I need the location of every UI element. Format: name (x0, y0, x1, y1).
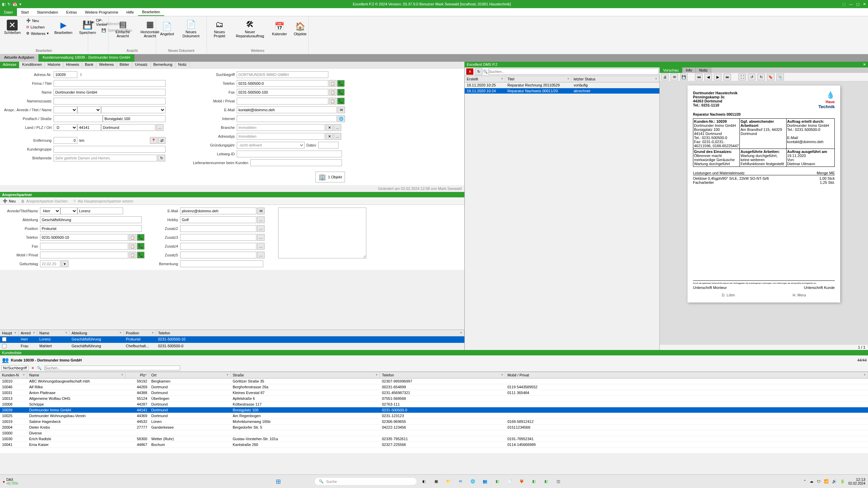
tray-date[interactable]: 02.02.2024 (848, 482, 865, 485)
taskbar-app4-icon[interactable]: ◫ (554, 477, 563, 486)
filter-icon[interactable]: ▾ (121, 373, 123, 377)
next-page-button[interactable]: ▶ (714, 74, 721, 80)
taskbar-firefox-icon[interactable]: 🦊 (517, 477, 526, 486)
ap-copy-tel-button[interactable]: 📋 (129, 234, 136, 241)
web-button[interactable]: 🌐 (337, 115, 345, 122)
mobil-input[interactable] (237, 98, 328, 104)
kunden-grid-row[interactable]: 10019 Sabine Hagenbeck 44532 Lünen Mohnb… (0, 419, 868, 425)
lieferantennr-input[interactable] (250, 159, 342, 166)
taskbar-search[interactable]: 🔍 Suche (315, 478, 417, 485)
subtab-bank[interactable]: Bank (82, 62, 96, 68)
ap-call-fax-button[interactable]: 📞 (137, 243, 144, 250)
ap-z2-lookup[interactable]: … (257, 225, 265, 232)
email-input[interactable] (237, 106, 337, 113)
help-icon[interactable]: ⬚ (842, 2, 846, 6)
ap-email-input[interactable] (180, 208, 256, 214)
ap-anrede-select[interactable]: Herr (40, 208, 60, 214)
ap-position-input[interactable] (40, 225, 142, 232)
adresstyp-input[interactable] (237, 133, 325, 140)
dms-delete-button[interactable]: ✕ (466, 68, 474, 75)
kundengruppe-input[interactable] (54, 146, 166, 153)
clear-branche-button[interactable]: ✕ (326, 124, 333, 131)
internet-input[interactable] (237, 115, 337, 122)
lookup-branche-button[interactable]: … (334, 124, 341, 131)
kunden-grid-row[interactable]: 10041 Erna Kaiser 44867 Bochum Kantstraß… (0, 442, 868, 448)
taskbar-app2-icon[interactable]: ◧ (529, 477, 539, 486)
einfache-ansicht-button[interactable]: ▤ Einfache Ansicht (110, 18, 136, 39)
land-select[interactable]: D (54, 124, 77, 131)
subtab-historie[interactable]: Historie (45, 62, 63, 68)
ap-notes-textarea[interactable] (278, 208, 366, 258)
weiteres-button[interactable]: ⚙Weiteres▾ (25, 31, 50, 36)
subtab-weiteres[interactable]: Weiteres (96, 62, 117, 68)
kunden-grid-row[interactable]: 10030 Erich Radtzki 58300 Wetter (Ruhr) … (0, 436, 868, 442)
filter-icon[interactable]: ▾ (227, 373, 228, 377)
taskbar-copilot-icon[interactable]: ◐ (419, 477, 429, 486)
filter-icon[interactable]: ▾ (145, 373, 147, 377)
taskbar-app1-icon[interactable]: ◧ (493, 477, 502, 486)
ap-z5-lookup[interactable]: … (257, 252, 265, 258)
tab-aufgaben[interactable]: Aktuelle Aufgaben (0, 54, 39, 62)
tray-onedrive-icon[interactable]: ☁ (810, 479, 813, 484)
kalender-button[interactable]: 📅 Kalender (269, 18, 290, 39)
haupt-checkbox[interactable] (2, 337, 6, 341)
menu-hilfe[interactable]: Hilfe (122, 8, 138, 16)
rotate-r-button[interactable]: ↻ (757, 74, 765, 80)
ap-zusatz2-input[interactable] (180, 225, 256, 232)
tray-volume-icon[interactable]: 🔊 (832, 479, 837, 484)
neu-button[interactable]: ➕Neu (25, 18, 50, 23)
refresh-anrede-button[interactable]: ↻ (158, 155, 165, 161)
subtab-notiz[interactable]: Notiz (175, 62, 190, 68)
filter-icon[interactable]: ▾ (501, 77, 503, 81)
subtab-bilder[interactable]: Bilder (117, 62, 132, 68)
ap-name-input[interactable] (77, 208, 123, 214)
neuer-reparaturauftrag-button[interactable]: 🛠 Neuer Reparaturauftrag (232, 18, 268, 39)
taskbar-libreoffice-icon[interactable]: 📄 (505, 477, 514, 486)
last-page-button[interactable]: ⏭ (724, 74, 731, 80)
dms-grid-row[interactable]: 19.11.2020 10:24 Reparatur Nachweis 0001… (465, 88, 659, 94)
filter-icon[interactable]: ▾ (23, 373, 25, 377)
fit-button[interactable]: ⛶ (738, 74, 746, 80)
ap-call-tel-button[interactable]: 📞 (137, 234, 144, 241)
ap-copy-fax-button[interactable]: 📋 (129, 243, 136, 250)
tray-wifi-icon[interactable]: 📶 (824, 479, 829, 484)
datev-input[interactable] (318, 142, 339, 149)
ap-z4-lookup[interactable]: … (257, 243, 265, 250)
titel-select[interactable] (77, 106, 101, 113)
kunden-grid-row[interactable]: 10000 Diverse (0, 430, 868, 436)
dms-search-input[interactable] (488, 69, 659, 75)
filter-icon[interactable]: ▾ (567, 77, 569, 81)
calendar-icon[interactable]: 📅 (13, 2, 17, 6)
anrede-select[interactable] (54, 106, 77, 113)
prev-page-button[interactable]: ◀ (705, 74, 712, 80)
maximize-icon[interactable]: ▢ (856, 2, 860, 6)
subtab-hinweis[interactable]: Hinweis (63, 62, 82, 68)
menu-datei[interactable]: Datei (0, 8, 17, 16)
search-mode-label[interactable]: Nr/Suchbegriff (1, 365, 28, 371)
bearbeiten-button[interactable]: ▶ Bearbeiten (52, 18, 75, 36)
ap-call-mobil-button[interactable]: 📞 (137, 252, 144, 258)
taskbar-app3-icon[interactable]: ◧ (541, 477, 551, 486)
subtab-adresse[interactable]: Adresse (0, 62, 19, 68)
gruendungsjahr-select[interactable]: nicht definiert (237, 142, 305, 149)
adress-nr-input[interactable] (54, 71, 77, 78)
fax-input[interactable] (237, 89, 328, 96)
filter-icon[interactable]: ▾ (864, 373, 866, 377)
ap-geburtstag-input[interactable] (40, 260, 60, 267)
angebot-button[interactable]: 📄 Angebot (157, 18, 177, 39)
ap-copy-mobil-button[interactable]: 📋 (129, 252, 136, 258)
firma-input[interactable] (54, 80, 166, 87)
windows-start-button[interactable]: ⊞ (276, 478, 281, 485)
ap-loeschen-button[interactable]: 🗑Ansprechpartner löschen (20, 198, 69, 204)
kunden-grid-row[interactable]: 10013 Allgemeine WoBau OHG 55124 Überlin… (0, 396, 868, 402)
menu-stammdaten[interactable]: Stammdaten (33, 8, 62, 16)
anspr-name-select[interactable] (101, 106, 166, 113)
minimize-icon[interactable]: — (849, 2, 853, 6)
refresh-icon[interactable]: ↻ (7, 2, 11, 6)
filter-icon[interactable]: ▾ (460, 331, 462, 335)
ap-neu-button[interactable]: ➕Neu (1, 198, 17, 204)
haupt-checkbox[interactable] (2, 344, 6, 348)
route-button[interactable]: ⇄ (158, 137, 166, 144)
filter-icon[interactable]: ▾ (33, 331, 35, 335)
clear-search-icon[interactable]: ✕ (31, 366, 34, 370)
